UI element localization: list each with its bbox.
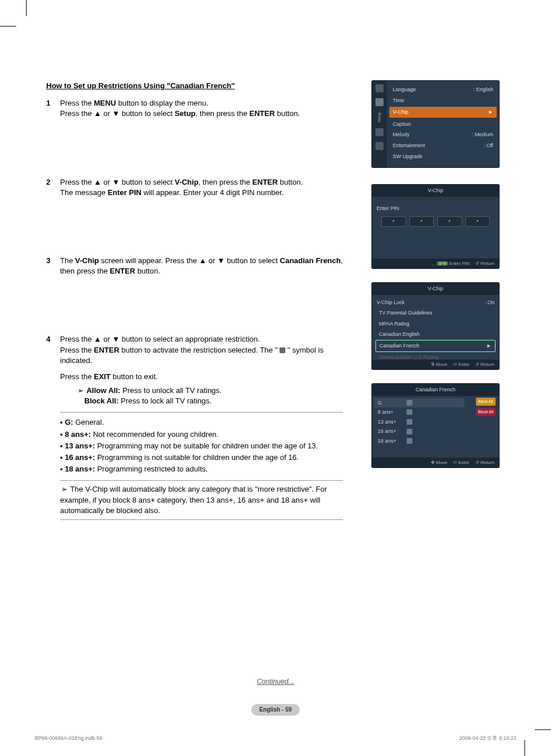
value: : English xyxy=(473,86,493,93)
badge-0-9: 0~9 xyxy=(437,261,448,265)
footer-left: BP68-00666A-01Eng.indb 59 xyxy=(35,735,102,742)
menu-item-language: Language xyxy=(393,86,416,93)
text: Press the ▲ or ▼ button to select xyxy=(60,109,174,118)
menu-item-melody: Melody xyxy=(393,131,409,139)
menu-label: MENU xyxy=(94,99,116,107)
text: button. xyxy=(275,109,300,118)
bullet-icon: ➢ xyxy=(76,386,84,396)
step-3-number: 3 xyxy=(46,256,60,266)
rating-18ans: • 18 ans+: xyxy=(60,465,97,473)
foot-move: Move xyxy=(436,460,448,465)
pin-digit: * xyxy=(466,216,490,227)
text: button. xyxy=(278,178,303,186)
text: Press to unlock all TV ratings. xyxy=(120,386,221,395)
foot-move: Move xyxy=(436,362,448,367)
page-number-badge: English - 59 xyxy=(251,704,300,716)
text: The V-Chip will automatically block any … xyxy=(60,485,327,514)
enter-label: ENTER xyxy=(110,267,135,275)
menu-tab-icon xyxy=(375,142,384,150)
text: Press the ▲ or ▼ button to select xyxy=(60,178,174,186)
osd-vchip-menu: V-Chip V-Chip Lock: On TV Parental Guide… xyxy=(372,283,499,369)
enter-label: ENTER xyxy=(94,346,120,354)
enter-pin-label: Enter PIN xyxy=(377,205,494,212)
continued-label: Continued... xyxy=(0,677,551,687)
text: screen will appear. Press the ▲ or ▼ but… xyxy=(99,256,280,265)
text: Press the xyxy=(60,372,94,381)
text: General. xyxy=(75,418,104,426)
text: Not recommended for young children. xyxy=(93,430,219,439)
lock-icon xyxy=(407,409,412,415)
step-2-number: 2 xyxy=(46,177,60,188)
menu-tab-icon xyxy=(375,98,384,106)
step-4-number: 4 xyxy=(46,334,60,345)
foot-return: Return xyxy=(481,261,494,266)
text: button to exit. xyxy=(110,372,158,381)
lock-icon xyxy=(407,438,412,444)
caret-icon: ► xyxy=(486,342,492,350)
menu-item-caption: Caption xyxy=(393,121,411,128)
setup-tab-label: Setup xyxy=(377,112,382,122)
enter-label: ENTER xyxy=(252,178,278,186)
menu-item-canadian-french: Canadian French xyxy=(379,342,419,350)
footer-right: 2008-04-22 오후 8:19:22 xyxy=(459,735,516,742)
foot-return: Return xyxy=(481,362,494,367)
ratings-definitions: • G: General. • 8 ans+: Not recommended … xyxy=(60,412,343,474)
vchip-label: V-Chip xyxy=(174,178,198,186)
rating-row: G xyxy=(378,399,403,407)
rating-row: 8 ans+ xyxy=(378,409,403,416)
value: : Off xyxy=(483,142,493,149)
menu-item-time: Time xyxy=(393,97,404,104)
pin-digit: * xyxy=(409,216,434,227)
rating-13ans: • 13 ans+: xyxy=(60,441,97,450)
foot-enter: Enter xyxy=(459,362,470,367)
rating-16ans: • 16 ans+: xyxy=(60,453,97,462)
menu-item-swupgrade: SW Upgrade xyxy=(393,153,423,160)
rating-row: 16 ans+ xyxy=(378,428,403,435)
osd-setup-menu: Setup Language: English Time V-Chip► Cap… xyxy=(372,81,499,167)
canadian-french-label: Canadian French xyxy=(280,256,341,265)
value: : On xyxy=(485,299,494,306)
text: The xyxy=(60,256,75,265)
allow-all-label: Allow All: xyxy=(87,386,121,395)
step-1-number: 1 xyxy=(46,98,60,108)
rating-g: • G: xyxy=(60,418,75,426)
rating-8ans: • 8 ans+: xyxy=(60,430,93,439)
foot-enter-pin: Enter PIN xyxy=(449,261,470,266)
osd-title: V-Chip xyxy=(372,283,499,295)
menu-tab-icon xyxy=(375,128,384,136)
osd-title: Canadian French xyxy=(372,384,499,396)
text: Programming may not be suitable for chil… xyxy=(97,441,318,450)
menu-item-canadian-english: Canadian English xyxy=(375,329,496,340)
text: Programming is not suitable for children… xyxy=(97,453,299,462)
osd-enter-pin: V-Chip Enter PIN * * * * 0~9 Enter PIN ↺… xyxy=(372,185,499,268)
enter-pin-label: Enter PIN xyxy=(107,188,142,197)
bullet-icon: ➢ xyxy=(60,484,68,495)
text: Press the ▲ or ▼ button to select an app… xyxy=(60,334,343,345)
pin-digit: * xyxy=(437,216,462,227)
lock-icon xyxy=(407,419,412,425)
menu-item-mpaa: MPAA Rating xyxy=(375,319,496,330)
exit-label: EXIT xyxy=(94,372,111,381)
foot-enter: Enter xyxy=(459,460,470,465)
text: Programming restricted to adults. xyxy=(97,465,207,473)
block-all-badge: Block All xyxy=(476,408,496,416)
block-all-label: Block All: xyxy=(84,396,118,405)
enter-label: ENTER xyxy=(250,109,275,118)
text: Press to lock all TV ratings. xyxy=(118,396,211,405)
text: Press the xyxy=(60,346,94,354)
lock-icon xyxy=(407,429,412,435)
menu-item-vchip: V-Chip xyxy=(393,108,408,116)
auto-block-note: ➢ The V-Chip will automatically block an… xyxy=(60,480,343,520)
lock-icon xyxy=(407,400,412,406)
allow-all-badge: Allow All xyxy=(476,398,496,406)
rating-row: 13 ans+ xyxy=(378,418,403,426)
text: The message xyxy=(60,188,107,197)
text: will appear. Enter your 4 digit PIN numb… xyxy=(142,188,284,197)
setup-label: Setup xyxy=(174,109,195,118)
menu-item-vchip-lock: V-Chip Lock xyxy=(377,299,405,306)
value: : Medium xyxy=(472,131,493,139)
text: , then press the xyxy=(199,178,252,186)
text: button. xyxy=(135,267,160,275)
text: button to display the menu. xyxy=(116,99,209,107)
osd-canadian-french: Canadian French Allow All Block All G 8 … xyxy=(372,384,499,467)
